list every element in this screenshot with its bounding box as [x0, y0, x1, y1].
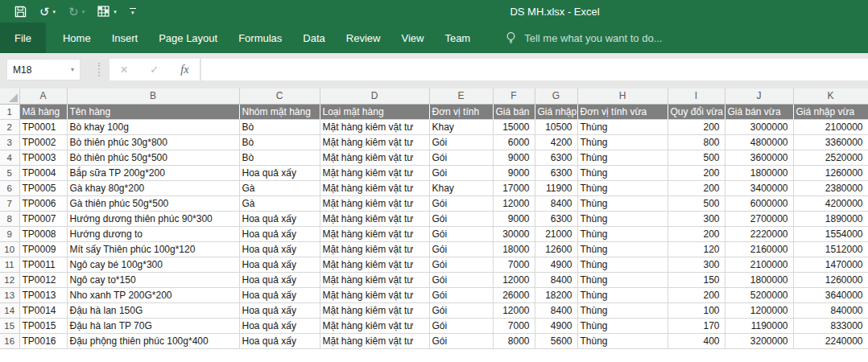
column-header-B[interactable]: B: [67, 88, 239, 104]
cell-A4[interactable]: TP0003: [19, 150, 67, 165]
tab-review[interactable]: Review: [336, 23, 391, 53]
row-header-14[interactable]: 14: [0, 302, 19, 318]
row-header-1[interactable]: 1: [0, 104, 19, 119]
column-header-C[interactable]: C: [239, 88, 320, 104]
row-header-5[interactable]: 5: [0, 165, 19, 180]
cell-I8[interactable]: 300: [668, 211, 725, 226]
cell-G15[interactable]: 4900: [535, 318, 577, 333]
cell-G16[interactable]: 5600: [535, 333, 577, 348]
cell-J16[interactable]: 3200000: [725, 333, 793, 348]
cell-F16[interactable]: 8000: [493, 333, 535, 348]
cell-B15[interactable]: Đậu hà lan TP 70G: [67, 318, 239, 333]
cell-A2[interactable]: TP0001: [19, 119, 67, 134]
cell-K9[interactable]: 1554000: [793, 226, 868, 241]
row-header-12[interactable]: 12: [0, 272, 19, 287]
cell-C13[interactable]: Hoa quả xấy: [239, 287, 320, 302]
cell-C12[interactable]: Hoa quả xấy: [239, 272, 320, 287]
cell-J6[interactable]: 3400000: [725, 180, 793, 195]
cell-F1[interactable]: Giá bán: [493, 104, 535, 119]
cell-K4[interactable]: 2520000: [793, 150, 868, 165]
cell-F9[interactable]: 30000: [493, 226, 535, 241]
cell-K7[interactable]: 4200000: [793, 195, 868, 211]
cell-H13[interactable]: Thùng: [577, 287, 668, 302]
table-tool-button[interactable]: ▾: [97, 6, 117, 18]
cell-C2[interactable]: Bò: [239, 119, 320, 134]
undo-button[interactable]: ↺ ▾: [39, 6, 56, 18]
cell-E10[interactable]: Gói: [429, 241, 493, 257]
column-header-F[interactable]: F: [493, 88, 535, 104]
cell-K11[interactable]: 1470000: [793, 257, 868, 272]
row-header-8[interactable]: 8: [0, 211, 19, 226]
tab-data[interactable]: Data: [292, 23, 335, 53]
row-header-2[interactable]: 2: [0, 119, 19, 134]
cell-B8[interactable]: Hướng dương thiên phúc 90*300: [67, 211, 239, 226]
cell-F7[interactable]: 12000: [493, 195, 535, 211]
cell-A6[interactable]: TP0005: [19, 180, 67, 195]
cell-B10[interactable]: Mít sấy Thiên phúc 100g*120: [67, 241, 239, 257]
cell-E6[interactable]: Khay: [429, 180, 493, 195]
cell-G5[interactable]: 6300: [535, 165, 577, 180]
cell-J1[interactable]: Giá bán vừa: [725, 104, 793, 119]
cell-D16[interactable]: Mặt hàng kiêm vật tư: [320, 333, 429, 348]
cell-K15[interactable]: 833000: [793, 318, 868, 333]
cell-C3[interactable]: Bò: [239, 134, 320, 150]
cell-D5[interactable]: Mặt hàng kiêm vật tư: [320, 165, 429, 180]
cell-E13[interactable]: Gói: [429, 287, 493, 302]
cell-A8[interactable]: TP0007: [19, 211, 67, 226]
cell-J3[interactable]: 4800000: [725, 134, 793, 150]
row-header-7[interactable]: 7: [0, 195, 19, 211]
row-header-6[interactable]: 6: [0, 180, 19, 195]
cell-J4[interactable]: 3600000: [725, 150, 793, 165]
cell-H4[interactable]: Thùng: [577, 150, 668, 165]
cell-D11[interactable]: Mặt hàng kiêm vật tư: [320, 257, 429, 272]
cell-H8[interactable]: Thùng: [577, 211, 668, 226]
cell-F3[interactable]: 6000: [493, 134, 535, 150]
cell-I13[interactable]: 200: [668, 287, 725, 302]
cell-B6[interactable]: Gà khay 80g*200: [67, 180, 239, 195]
cell-B2[interactable]: Bò khay 100g: [67, 119, 239, 134]
cell-G4[interactable]: 6300: [535, 150, 577, 165]
cell-B14[interactable]: Đậu hà lan 150G: [67, 302, 239, 318]
select-all-button[interactable]: [0, 88, 19, 104]
enter-icon[interactable]: ✓: [150, 64, 159, 75]
cell-B9[interactable]: Hướng dương to: [67, 226, 239, 241]
tab-team[interactable]: Team: [434, 23, 481, 53]
row-header-10[interactable]: 10: [0, 241, 19, 257]
cell-D10[interactable]: Mặt hàng kiêm vật tư: [320, 241, 429, 257]
cell-F4[interactable]: 9000: [493, 150, 535, 165]
cell-K16[interactable]: 2240000: [793, 333, 868, 348]
cell-E2[interactable]: Khay: [429, 119, 493, 134]
cell-E1[interactable]: Đơn vị tính: [429, 104, 493, 119]
cell-A3[interactable]: TP0002: [19, 134, 67, 150]
cell-D3[interactable]: Mặt hàng kiêm vật tư: [320, 134, 429, 150]
cancel-icon[interactable]: ×: [121, 64, 128, 76]
cell-H9[interactable]: Thùng: [577, 226, 668, 241]
cell-I11[interactable]: 300: [668, 257, 725, 272]
cell-K10[interactable]: 1512000: [793, 241, 868, 257]
cell-C16[interactable]: Hoa quả xấy: [239, 333, 320, 348]
cell-H3[interactable]: Thùng: [577, 134, 668, 150]
cell-A14[interactable]: TP0014: [19, 302, 67, 318]
column-header-K[interactable]: K: [793, 88, 868, 104]
cell-A13[interactable]: TP0013: [19, 287, 67, 302]
cell-E16[interactable]: Gói: [429, 333, 493, 348]
redo-button[interactable]: ↻ ▾: [68, 6, 85, 18]
tab-view[interactable]: View: [391, 23, 434, 53]
cell-D14[interactable]: Mặt hàng kiêm vật tư: [320, 302, 429, 318]
cell-B1[interactable]: Tên hàng: [67, 104, 239, 119]
name-box[interactable]: M18 ▾: [6, 59, 81, 80]
cell-B7[interactable]: Gà thiên phúc 50g*500: [67, 195, 239, 211]
cell-A11[interactable]: TP0011: [19, 257, 67, 272]
cell-B12[interactable]: Ngô cay to*150: [67, 272, 239, 287]
row-header-16[interactable]: 16: [0, 333, 19, 348]
cell-F5[interactable]: 9000: [493, 165, 535, 180]
cell-B13[interactable]: Nho xanh TP 200G*200: [67, 287, 239, 302]
cell-D9[interactable]: Mặt hàng kiêm vật tư: [320, 226, 429, 241]
cell-J8[interactable]: 2700000: [725, 211, 793, 226]
cell-D15[interactable]: Mặt hàng kiêm vật tư: [320, 318, 429, 333]
row-header-11[interactable]: 11: [0, 257, 19, 272]
cell-J12[interactable]: 1800000: [725, 272, 793, 287]
cell-C10[interactable]: Hoa quả xấy: [239, 241, 320, 257]
row-header-3[interactable]: 3: [0, 134, 19, 150]
column-header-D[interactable]: D: [320, 88, 429, 104]
